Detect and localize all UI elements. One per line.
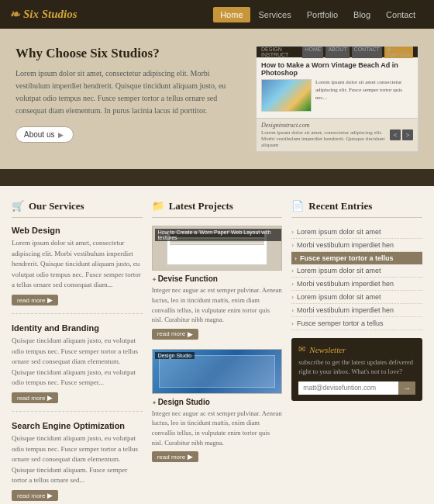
entry-text: Lorem ipsum dolor sit amet — [297, 293, 381, 301]
service-desc: Quisque tincidunt aliquam justo, eu volu… — [12, 336, 143, 388]
newsletter-box: ✉ Newsletter subscribe to get the latest… — [291, 338, 422, 401]
entry-text: Fusce semper tortor a tellus — [300, 254, 394, 262]
service-desc: Quisque tincidunt aliquam justo, eu volu… — [12, 433, 143, 486]
logo: ❧ Six Studios — [9, 7, 78, 22]
project-desc: Integer nec augue ac est semper pulvinar… — [152, 409, 283, 448]
newsletter-desc: subscribe to get the latest updates deli… — [298, 358, 415, 377]
entry-text: Lorem ipsum dolor sit amet — [297, 267, 381, 274]
nav-item-services[interactable]: Services — [252, 7, 298, 22]
entry-item[interactable]: ›Lorem ipsum dolor sit amet — [291, 264, 422, 278]
entry-item[interactable]: ›Lorem ipsum dolor sit amet — [291, 226, 422, 239]
slide-image — [261, 79, 312, 112]
service-read-more[interactable]: read more ▶ — [12, 295, 58, 306]
project-read-more[interactable]: read more ▶ — [152, 329, 198, 340]
nav-item-home[interactable]: Home — [213, 7, 250, 22]
service-item: Search Engine Optimization Quisque tinci… — [12, 421, 143, 504]
project-item: Design Studio Design Studio Integer nec … — [152, 349, 283, 463]
entry-item[interactable]: ›Lorem ipsum dolor sit amet — [291, 291, 422, 304]
read-more-arrow: ▶ — [188, 453, 193, 461]
entry-arrow: › — [291, 320, 294, 327]
about-button[interactable]: About us ▶ — [16, 126, 74, 143]
project-label: Design Studio — [155, 352, 195, 359]
entry-arrow: › — [291, 294, 294, 301]
project-thumb: How to Create a 'Worn Paper' Web Layout … — [152, 226, 283, 271]
slide-topbar-prev[interactable]: HOME — [302, 47, 323, 58]
newsletter-header: ✉ Newsletter — [298, 344, 415, 354]
slide-site-bar: Designinstruct.com Lorem ipsum dolor sit… — [257, 118, 418, 151]
project-thumb: Design Studio — [152, 349, 283, 394]
recent-column: 📄 Recent Entries ›Lorem ipsum dolor sit … — [291, 200, 422, 504]
entry-arrow: › — [294, 255, 297, 262]
project-name: Design Studio — [152, 398, 283, 406]
slide-prev-btn[interactable]: < — [390, 129, 401, 140]
project-label: How to Create a 'Worn Paper' Web Layout … — [155, 229, 282, 241]
projects-title: Latest Projects — [169, 200, 233, 212]
services-list: Web Design Lorem ipsum dolor sit amet, c… — [12, 226, 143, 504]
slide-img-row: Lorem ipsum dolor sit amet consectetur a… — [261, 79, 413, 112]
project-name: Devise Function — [152, 274, 283, 283]
service-title: Web Design — [12, 226, 143, 235]
three-col-section: 🛒 Our Services Web Design Lorem ipsum do… — [0, 186, 434, 504]
slide-site-desc: Lorem ipsum dolor sit amet, consectetur … — [261, 129, 390, 148]
slide-topbar-label: DESIGN INSTRUCT — [261, 47, 299, 57]
newsletter-email-input[interactable] — [298, 381, 398, 395]
nav-item-contact[interactable]: Contact — [379, 7, 422, 22]
projects-list: How to Create a 'Worn Paper' Web Layout … — [152, 226, 283, 462]
main-nav: HomeServicesPortfolioBlogContact — [213, 7, 422, 22]
entry-text: Fusce semper tortor a tellus — [297, 319, 384, 327]
logo-text: Six Studios — [23, 8, 78, 21]
hero-heading: Why Choose Six Studios? — [16, 46, 242, 61]
project-item: How to Create a 'Worn Paper' Web Layout … — [152, 226, 283, 340]
entry-arrow: › — [291, 281, 294, 288]
slide-topbar-active: ★ TWITTER — [384, 47, 413, 58]
slide-topbar-nav: HOME ABOUT CONTACT ★ TWITTER — [302, 47, 413, 58]
entry-item[interactable]: ›Fusce semper tortor a tellus — [291, 252, 422, 264]
services-icon: 🛒 — [12, 200, 24, 212]
read-more-arrow: ▶ — [47, 394, 53, 402]
entry-arrow: › — [291, 268, 294, 274]
service-read-more[interactable]: read more ▶ — [12, 490, 58, 501]
projects-header: 📁 Latest Projects — [152, 200, 283, 218]
projects-icon: 📁 — [152, 200, 164, 212]
read-more-arrow: ▶ — [47, 492, 53, 499]
slide-site-info: Designinstruct.com Lorem ipsum dolor sit… — [261, 122, 390, 148]
entry-item[interactable]: ›Morbi vestibulum imperdiet hen — [291, 278, 422, 291]
service-read-more[interactable]: read more ▶ — [12, 392, 58, 403]
read-more-arrow: ▶ — [188, 330, 193, 338]
entry-item[interactable]: ›Fusce semper tortor a tellus — [291, 317, 422, 330]
dark-band — [0, 169, 434, 186]
about-btn-arrow: ▶ — [58, 131, 64, 139]
services-header: 🛒 Our Services — [12, 200, 143, 218]
nav-item-blog[interactable]: Blog — [346, 7, 377, 22]
entry-text: Morbi vestibulum imperdiet hen — [297, 241, 394, 249]
hero-section: Why Choose Six Studios? Lorem ipsum dolo… — [0, 29, 434, 169]
newsletter-title: Newsletter — [309, 345, 346, 354]
slide-next-btn[interactable]: > — [402, 129, 413, 140]
project-read-more[interactable]: read more ▶ — [152, 451, 198, 462]
slide-topbar-about[interactable]: ABOUT — [326, 47, 349, 58]
slide-content: How to Make a Worn Vintage Beach Ad in P… — [257, 57, 418, 118]
newsletter-submit-btn[interactable]: → — [398, 381, 415, 395]
entry-list: ›Lorem ipsum dolor sit amet›Morbi vestib… — [291, 226, 422, 330]
services-title: Our Services — [29, 200, 84, 212]
project-desc: Integer nec augue ac est semper pulvinar… — [152, 285, 283, 325]
slide-right: Lorem ipsum dolor sit amet consectetur a… — [315, 79, 413, 112]
entry-item[interactable]: ›Morbi vestibulum imperdiet hen — [291, 304, 422, 317]
about-btn-label: About us — [24, 130, 54, 139]
entry-item[interactable]: ›Morbi vestibulum imperdiet hen — [291, 239, 422, 252]
service-item: Identity and Branding Quisque tincidunt … — [12, 323, 143, 412]
recent-icon: 📄 — [291, 200, 304, 212]
hero-text: Why Choose Six Studios? Lorem ipsum dolo… — [16, 46, 242, 152]
hero-body: Lorem ipsum dolor sit amet, consectetur … — [16, 67, 242, 117]
recent-title: Recent Entries — [308, 200, 372, 212]
services-column: 🛒 Our Services Web Design Lorem ipsum do… — [12, 200, 143, 504]
projects-column: 📁 Latest Projects How to Create a 'Worn … — [152, 200, 283, 504]
service-title: Identity and Branding — [12, 323, 143, 333]
header: ❧ Six Studios HomeServicesPortfolioBlogC… — [0, 0, 434, 29]
entry-arrow: › — [291, 242, 294, 249]
newsletter-icon: ✉ — [298, 344, 305, 354]
nav-item-portfolio[interactable]: Portfolio — [300, 7, 345, 22]
service-desc: Lorem ipsum dolor sit amet, consectetur … — [12, 238, 143, 291]
slide-topbar-contact[interactable]: CONTACT — [352, 47, 382, 58]
service-title: Search Engine Optimization — [12, 421, 143, 430]
